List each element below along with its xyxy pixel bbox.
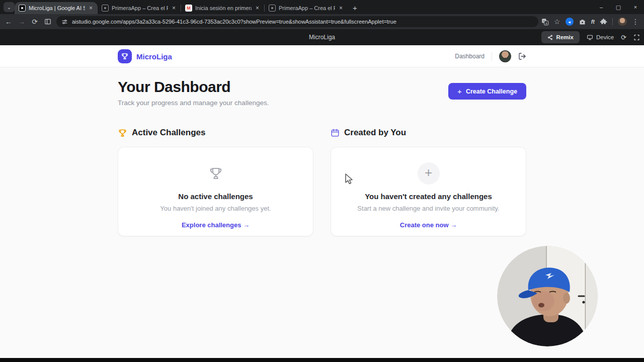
page-subtitle: Track your progress and manage your chal… (118, 99, 269, 107)
browser-tab[interactable]: PrimeraApp – Crea el PRD y Pr × (265, 2, 348, 14)
nav-dashboard-link[interactable]: Dashboard (455, 53, 485, 60)
device-button[interactable]: Device (587, 34, 614, 41)
calendar-icon (331, 128, 340, 137)
brand[interactable]: MicroLiga (118, 49, 172, 63)
url-bar[interactable]: aistudio.google.com/apps/3a2a33ca-5296-4… (56, 16, 538, 27)
explore-challenges-link[interactable]: Explore challenges → (182, 221, 250, 229)
user-avatar[interactable] (499, 50, 511, 62)
camera-extension-icon[interactable] (579, 18, 586, 26)
browser-address-bar: ← → ⟳ aistudio.google.com/apps/3a2a33ca-… (0, 14, 644, 29)
page-title: Your Dashboard (118, 78, 269, 96)
close-button[interactable]: × (627, 0, 644, 14)
empty-state-subtitle: You haven't joined any challenges yet. (160, 205, 271, 212)
trophy-icon (121, 52, 129, 60)
header-separator (492, 52, 492, 61)
created-by-you-empty-card: + You haven't created any challenges Sta… (331, 147, 526, 236)
section-title: Active Challenges (132, 128, 205, 138)
trophy-icon (118, 128, 127, 138)
create-one-now-link[interactable]: Create one now → (400, 221, 457, 229)
browser-profile-avatar[interactable] (618, 17, 627, 26)
pinned-extension-icon[interactable]: ◀ (566, 18, 574, 26)
brand-name: MicroLiga (136, 52, 172, 61)
browser-tab[interactable]: PrimeraApp – Crea el PRD y Pr × (98, 2, 181, 14)
maximize-button[interactable]: ▢ (610, 0, 627, 14)
side-panel-icon[interactable] (41, 18, 54, 25)
create-challenge-label: Create Challenge (466, 88, 517, 95)
ai-studio-favicon (19, 5, 26, 12)
forward-icon[interactable]: → (15, 18, 28, 26)
translate-icon[interactable]: G a (541, 18, 549, 26)
plus-icon: + (457, 87, 462, 96)
remix-label: Remix (556, 34, 574, 40)
active-challenges-empty-card: No active challenges You haven't joined … (118, 147, 313, 236)
empty-state-title: You haven't created any challenges (365, 192, 492, 201)
bookmark-star-icon[interactable]: ☆ (554, 18, 560, 26)
new-tab-button[interactable]: + (348, 4, 362, 12)
empty-state-subtitle: Start a new challenge and invite your co… (357, 205, 499, 212)
url-text: aistudio.google.com/apps/3a2a33ca-5296-4… (72, 19, 396, 25)
brand-logo (118, 49, 132, 63)
reload-icon[interactable]: ⟳ (28, 18, 41, 26)
font-extension-icon[interactable]: ft (591, 19, 595, 25)
tab-close-icon[interactable]: × (255, 5, 260, 12)
section-title: Created by You (344, 128, 406, 138)
screen: ⌄ MicroLiga | Google AI Studio × Primera… (0, 0, 644, 362)
header-nav: Dashboard (455, 50, 526, 62)
extensions-area: G a ☆ ◀ ft ⋮ (541, 17, 644, 26)
device-label: Device (596, 34, 614, 40)
studio-actions: Remix Device ⟳ (541, 29, 640, 45)
back-icon[interactable]: ← (2, 18, 15, 26)
tab-title: MicroLiga | Google AI Studio (29, 5, 85, 11)
create-challenge-button[interactable]: + Create Challenge (448, 83, 526, 100)
tab-title: PrimeraApp – Crea el PRD y Pr (279, 5, 335, 11)
browser-menu-icon[interactable]: ⋮ (632, 18, 639, 26)
toolbar-separator (612, 18, 613, 25)
app-header: MicroLiga Dashboard (0, 45, 644, 67)
browser-tab[interactable]: M Inicia sesión en primeraapp.co × (181, 2, 264, 14)
created-by-you-section: Created by You + You haven't created any… (331, 128, 526, 236)
fork-icon (547, 35, 553, 40)
mouse-cursor (344, 173, 355, 187)
tab-title: PrimeraApp – Crea el PRD y Pr (112, 5, 168, 11)
logout-icon[interactable] (518, 52, 526, 60)
fullscreen-icon[interactable] (633, 34, 640, 41)
remix-button[interactable]: Remix (541, 31, 580, 43)
window-controls: – ▢ × (593, 0, 644, 14)
browser-tab-active[interactable]: MicroLiga | Google AI Studio × (15, 2, 98, 14)
page-header: Your Dashboard Track your progress and m… (118, 78, 526, 107)
device-icon (587, 34, 593, 41)
site-info-icon[interactable] (61, 19, 68, 25)
plus-icon: + (418, 162, 440, 185)
browser-tab-strip: ⌄ MicroLiga | Google AI Studio × Primera… (0, 0, 644, 14)
reload-applet-icon[interactable]: ⟳ (621, 34, 626, 41)
letterbox-bar (0, 358, 644, 362)
ai-studio-toolbar: MicroLiga Remix Device ⟳ (0, 29, 644, 45)
generic-favicon (102, 5, 109, 12)
presenter-video (497, 246, 598, 346)
tab-close-icon[interactable]: × (88, 5, 94, 12)
tab-title: Inicia sesión en primeraapp.co (195, 5, 252, 11)
gmail-favicon: M (185, 5, 192, 12)
trophy-icon (208, 166, 223, 181)
active-challenges-section: Active Challenges No acti (118, 128, 313, 236)
webcam-overlay (497, 246, 598, 346)
empty-state-title: No active challenges (178, 192, 253, 201)
tab-close-icon[interactable]: × (171, 5, 177, 12)
minimize-button[interactable]: – (593, 0, 610, 14)
generic-favicon (269, 5, 276, 12)
extensions-puzzle-icon[interactable] (600, 18, 607, 26)
tab-search-button[interactable]: ⌄ (4, 2, 15, 12)
tab-close-icon[interactable]: × (338, 5, 344, 12)
